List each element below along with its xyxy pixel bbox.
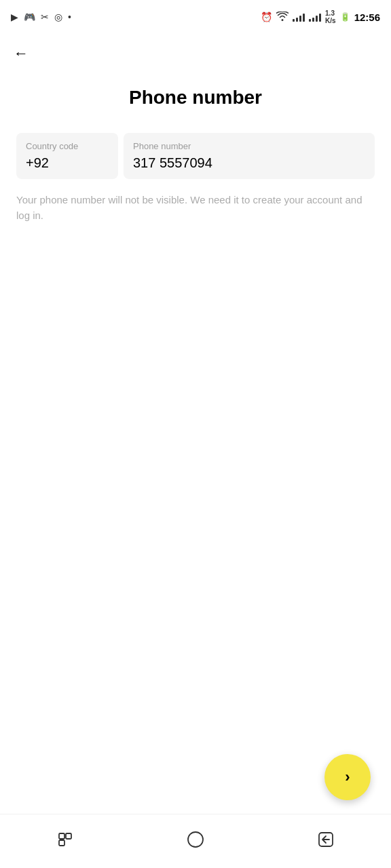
data-speed: 1.3K/s	[325, 9, 336, 24]
next-arrow-icon: ›	[345, 768, 350, 786]
phone-number-field[interactable]: Phone number 317 5557094	[124, 133, 375, 179]
back-nav-icon	[317, 831, 335, 852]
scissors-icon: ✂	[41, 12, 49, 22]
home-circle-icon	[187, 831, 204, 852]
svg-rect-0	[59, 833, 64, 839]
recent-apps-icon	[57, 831, 73, 852]
signal-icon	[293, 12, 305, 22]
country-code-field[interactable]: Country code +92	[16, 133, 118, 179]
helper-text: Your phone number will not be visible. W…	[16, 193, 375, 223]
page-title: Phone number	[16, 87, 375, 108]
clock: 12:56	[354, 12, 380, 23]
svg-rect-1	[66, 833, 71, 839]
back-arrow-icon: ←	[14, 45, 29, 62]
status-bar-right: ⏰ 1.3K/s 🔋 12:56	[261, 9, 380, 24]
instagram-icon: ◎	[54, 12, 62, 22]
svg-rect-2	[59, 840, 64, 846]
status-bar: ▶ 🎮 ✂ ◎ • ⏰ 1.3K/s 🔋 12:56	[0, 0, 391, 34]
signal-icon-2	[309, 12, 321, 22]
youtube-icon: ▶	[11, 12, 18, 22]
fields-row: Country code +92 Phone number 317 555709…	[16, 133, 375, 179]
phone-number-label: Phone number	[133, 141, 365, 151]
country-code-value: +92	[26, 155, 109, 171]
recent-apps-button[interactable]	[48, 825, 82, 859]
main-content: Phone number Country code +92 Phone numb…	[0, 73, 391, 223]
country-code-label: Country code	[26, 141, 109, 151]
back-nav-button[interactable]	[309, 825, 343, 859]
status-bar-icons: ▶ 🎮 ✂ ◎ •	[11, 12, 71, 22]
gamepad-icon: 🎮	[24, 12, 35, 22]
bottom-nav	[0, 814, 391, 868]
next-button[interactable]: ›	[324, 754, 371, 800]
svg-point-3	[188, 832, 203, 847]
home-button[interactable]	[179, 825, 212, 859]
alarm-icon: ⏰	[261, 12, 272, 22]
back-button[interactable]: ←	[0, 34, 42, 73]
battery-icon: 🔋	[340, 12, 350, 22]
wifi-icon	[276, 12, 288, 23]
phone-number-value: 317 5557094	[133, 155, 365, 171]
dot-icon: •	[68, 12, 71, 22]
